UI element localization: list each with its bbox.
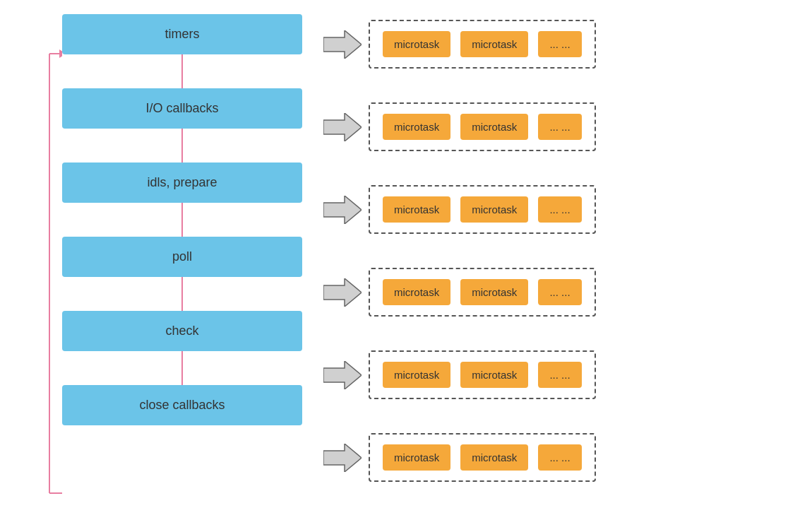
microtask-item: microtask <box>383 196 450 223</box>
microtask-item: microtask <box>383 31 450 57</box>
arrow-2 <box>323 196 362 224</box>
arrow-5 <box>323 444 362 472</box>
microtask-item: microtask <box>460 114 528 140</box>
connector-3 <box>181 203 183 237</box>
microtask-column: microtask microtask ... ... microtask mi… <box>323 20 596 482</box>
event-loop-diagram: timers I/O callbacks idls, prepare poll … <box>28 14 784 509</box>
svg-marker-1 <box>59 49 62 58</box>
microtask-item: microtask <box>460 444 528 471</box>
microtask-row-1: microtask microtask ... ... <box>323 102 596 151</box>
phase-idle-prepare: idls, prepare <box>62 162 302 203</box>
microtask-group-1: microtask microtask ... ... <box>369 102 596 151</box>
microtask-item: microtask <box>383 279 450 305</box>
arrow-4 <box>323 361 362 389</box>
microtask-item: ... ... <box>538 196 581 223</box>
phase-timers: timers <box>62 14 302 54</box>
microtask-row-3: microtask microtask ... ... <box>323 268 596 317</box>
connector-5 <box>181 351 183 385</box>
connector-4 <box>181 277 183 311</box>
connector-1 <box>181 54 183 88</box>
microtask-item: microtask <box>383 362 450 388</box>
microtask-item: microtask <box>460 196 528 223</box>
phase-check: check <box>62 311 302 351</box>
microtask-item: ... ... <box>538 362 581 388</box>
microtask-group-5: microtask microtask ... ... <box>369 433 596 482</box>
loop-back-arrow <box>28 27 62 507</box>
svg-marker-4 <box>323 30 362 59</box>
microtask-row-5: microtask microtask ... ... <box>323 433 596 482</box>
microtask-group-0: microtask microtask ... ... <box>369 20 596 69</box>
microtask-row-2: microtask microtask ... ... <box>323 185 596 234</box>
microtask-group-4: microtask microtask ... ... <box>369 350 596 399</box>
microtask-item: microtask <box>460 362 528 388</box>
arrow-0 <box>323 30 362 59</box>
microtask-item: microtask <box>383 114 450 140</box>
svg-marker-8 <box>323 361 362 389</box>
microtask-item: ... ... <box>538 114 581 140</box>
microtask-item: microtask <box>460 279 528 305</box>
phases-column: timers I/O callbacks idls, prepare poll … <box>62 14 316 425</box>
arrow-3 <box>323 278 362 307</box>
connector-2 <box>181 129 183 162</box>
phase-io-callbacks: I/O callbacks <box>62 88 302 129</box>
microtask-item: microtask <box>460 31 528 57</box>
microtask-item: ... ... <box>538 444 581 471</box>
svg-marker-6 <box>323 196 362 224</box>
microtask-item: ... ... <box>538 31 581 57</box>
svg-marker-9 <box>323 444 362 472</box>
arrow-1 <box>323 113 362 141</box>
microtask-group-2: microtask microtask ... ... <box>369 185 596 234</box>
svg-marker-7 <box>323 278 362 307</box>
microtask-row-0: microtask microtask ... ... <box>323 20 596 69</box>
microtask-item: ... ... <box>538 279 581 305</box>
phase-close-callbacks: close callbacks <box>62 385 302 425</box>
microtask-group-3: microtask microtask ... ... <box>369 268 596 317</box>
svg-marker-5 <box>323 113 362 141</box>
microtask-row-4: microtask microtask ... ... <box>323 350 596 399</box>
microtask-item: microtask <box>383 444 450 471</box>
phase-poll: poll <box>62 237 302 277</box>
